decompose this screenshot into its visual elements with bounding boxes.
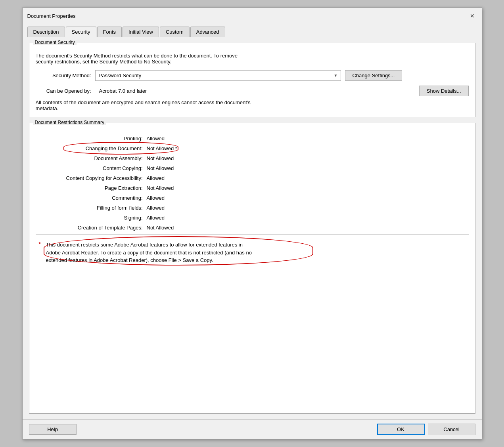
security-method-select-wrapper: Password Security ▼ — [95, 70, 341, 81]
restriction-commenting-name: Commenting: — [36, 195, 147, 201]
footnote-asterisk: * — [39, 241, 44, 247]
restriction-template-pages-value: Not Allowed — [147, 225, 174, 231]
restriction-commenting: Commenting: Allowed — [36, 193, 469, 203]
footnote-wrapper: * This document restricts some Adobe Acr… — [36, 238, 469, 267]
restriction-template-pages: Creation of Template Pages: Not Allowed — [36, 223, 469, 233]
restriction-form-fields-name: Filling of form fields: — [36, 205, 147, 211]
footer-right-buttons: OK Cancel — [377, 424, 475, 435]
restriction-changing-doc-value: Not Allowed * — [147, 145, 177, 151]
change-settings-button[interactable]: Change Settings... — [345, 70, 402, 81]
tab-fonts[interactable]: Fonts — [97, 27, 122, 37]
restriction-assembly: Document Assembly: Not Allowed — [36, 153, 469, 163]
document-security-label: Document Security — [33, 40, 77, 45]
title-bar: Document Properties ✕ — [23, 8, 482, 24]
dialog-title: Document Properties — [27, 13, 76, 19]
restriction-page-extraction-name: Page Extraction: — [36, 185, 147, 191]
restriction-signing-value: Allowed — [147, 215, 165, 221]
encrypt-note: All contents of the document are encrypt… — [36, 99, 469, 111]
tab-description[interactable]: Description — [27, 27, 65, 37]
can-be-opened-row: Can be Opened by: Acrobat 7.0 and later … — [36, 86, 469, 96]
close-button[interactable]: ✕ — [468, 11, 477, 21]
restriction-changing-doc: Changing the Document: Not Allowed * — [36, 143, 469, 153]
tab-security[interactable]: Security — [66, 27, 96, 37]
restriction-template-pages-name: Creation of Template Pages: — [36, 225, 147, 231]
help-button[interactable]: Help — [29, 424, 77, 435]
tab-advanced[interactable]: Advanced — [190, 27, 225, 37]
restriction-changing-doc-name: Changing the Document: — [36, 145, 147, 151]
restriction-accessibility-name: Content Copying for Accessibility: — [36, 175, 147, 181]
restriction-assembly-value: Not Allowed — [147, 155, 174, 161]
security-method-row: Security Method: Password Security ▼ Cha… — [36, 70, 469, 81]
security-method-label: Security Method: — [36, 73, 91, 78]
restriction-accessibility: Content Copying for Accessibility: Allow… — [36, 173, 469, 183]
restriction-signing: Signing: Allowed — [36, 213, 469, 223]
restriction-content-copying: Content Copying: Not Allowed — [36, 163, 469, 173]
security-method-select[interactable]: Password Security — [95, 70, 341, 81]
restrictions-section-label: Document Restrictions Summary — [33, 120, 106, 125]
security-description: The document's Security Method restricts… — [36, 53, 469, 65]
restriction-signing-name: Signing: — [36, 215, 147, 221]
restriction-accessibility-value: Allowed — [147, 175, 165, 181]
tab-custom[interactable]: Custom — [160, 27, 190, 37]
document-security-section: Document Security The document's Securit… — [29, 43, 475, 117]
ok-button[interactable]: OK — [377, 424, 425, 435]
restriction-printing-value: Allowed — [147, 136, 165, 141]
restrictions-section: Document Restrictions Summary Printing: … — [29, 123, 475, 414]
restriction-page-extraction-value: Not Allowed — [147, 185, 174, 191]
tab-initial-view[interactable]: Initial View — [123, 27, 159, 37]
cancel-button[interactable]: Cancel — [428, 424, 475, 435]
restriction-form-fields: Filling of form fields: Allowed — [36, 203, 469, 213]
footnote-text: This document restricts some Adobe Acrob… — [46, 241, 252, 264]
can-be-opened-label: Can be Opened by: — [36, 88, 91, 94]
dialog-footer: Help OK Cancel — [23, 419, 482, 439]
restriction-assembly-name: Document Assembly: — [36, 155, 147, 161]
restriction-printing: Printing: Allowed — [36, 134, 469, 143]
main-content: Document Security The document's Securit… — [23, 37, 482, 419]
restriction-commenting-value: Allowed — [147, 195, 165, 201]
restriction-form-fields-value: Allowed — [147, 205, 165, 211]
document-properties-dialog: Document Properties ✕ Description Securi… — [22, 8, 482, 439]
show-details-button[interactable]: Show Details... — [419, 86, 469, 96]
tab-bar: Description Security Fonts Initial View … — [23, 24, 482, 37]
restriction-content-copying-name: Content Copying: — [36, 165, 147, 171]
restriction-content-copying-value: Not Allowed — [147, 165, 174, 171]
restriction-printing-name: Printing: — [36, 136, 147, 141]
restriction-page-extraction: Page Extraction: Not Allowed — [36, 183, 469, 193]
can-be-opened-value: Acrobat 7.0 and later — [99, 88, 147, 94]
